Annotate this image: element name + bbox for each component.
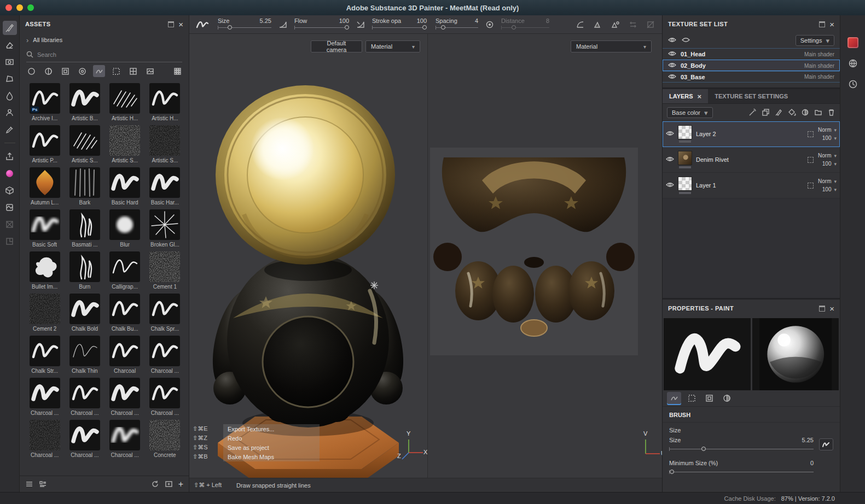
shortcut-action[interactable]: Export Textures... bbox=[223, 424, 320, 433]
asset-item[interactable]: Charcoal ... bbox=[66, 378, 103, 420]
layer-row[interactable]: Layer 2 Norm ▾ 100 ▾ bbox=[663, 121, 840, 147]
prop-min-size-slider[interactable] bbox=[669, 470, 814, 475]
layer-thumbnail[interactable] bbox=[678, 151, 692, 165]
asset-item[interactable]: Charcoal ... bbox=[107, 420, 143, 462]
asset-item[interactable]: Burn bbox=[66, 251, 103, 294]
bake-icon[interactable] bbox=[3, 200, 17, 214]
camera-select[interactable]: Default camera bbox=[311, 40, 362, 52]
stroke-opacity-slider[interactable] bbox=[372, 25, 427, 30]
asset-item[interactable]: Calligrap... bbox=[107, 251, 143, 294]
uv-reproject-icon[interactable] bbox=[3, 217, 17, 231]
material-mode-icon[interactable] bbox=[3, 166, 17, 180]
smart-mask-filter-icon[interactable] bbox=[59, 65, 71, 77]
asset-item[interactable]: Artistic H... bbox=[107, 83, 143, 125]
undock-icon[interactable] bbox=[168, 21, 174, 27]
texture-set-row[interactable]: 03_Base Main shader bbox=[663, 71, 840, 83]
asset-item[interactable]: Bullet Im... bbox=[26, 251, 63, 294]
opacity-select[interactable]: 100 ▾ bbox=[822, 161, 837, 167]
settings-button[interactable]: Settings ▾ bbox=[796, 35, 834, 46]
asset-item[interactable]: Charcoal ... bbox=[26, 378, 63, 420]
search-input[interactable] bbox=[37, 51, 182, 58]
asset-item[interactable]: Artistic H... bbox=[147, 83, 183, 125]
asset-item[interactable]: Chalk Spr... bbox=[147, 294, 183, 336]
stencil-tab-icon[interactable] bbox=[702, 392, 716, 405]
spacing-slider[interactable] bbox=[436, 25, 478, 30]
shortcut-action[interactable]: Bake Mesh Maps bbox=[223, 452, 320, 461]
add-group-icon[interactable] bbox=[814, 108, 822, 118]
paint-layer-icon[interactable] bbox=[775, 108, 783, 118]
polygon-fill-tool[interactable] bbox=[3, 72, 17, 86]
close-icon[interactable]: × bbox=[829, 21, 834, 27]
transform-arrows-icon[interactable] bbox=[627, 19, 639, 31]
asset-item[interactable]: Artistic S... bbox=[147, 125, 183, 167]
smudge-tool[interactable] bbox=[3, 89, 17, 103]
new-resource-icon[interactable] bbox=[165, 480, 173, 488]
alpha-tab-icon[interactable] bbox=[684, 392, 699, 405]
history-icon[interactable] bbox=[846, 78, 860, 91]
asset-item[interactable]: Artistic P... bbox=[26, 125, 63, 167]
3d-axis-gizmo[interactable]: Y X Z bbox=[400, 432, 427, 460]
minimize-window-button[interactable] bbox=[16, 4, 23, 11]
fx-wand-icon[interactable] bbox=[748, 108, 757, 118]
visibility-all-icon[interactable] bbox=[668, 37, 676, 44]
symmetry-icon[interactable] bbox=[592, 19, 604, 31]
add-asset-button[interactable]: + bbox=[178, 481, 183, 488]
library-selector[interactable]: › All libraries bbox=[20, 33, 189, 47]
material-tab-icon[interactable] bbox=[719, 392, 734, 405]
visibility-icon[interactable] bbox=[666, 156, 674, 163]
layer-thumbnail[interactable] bbox=[678, 177, 692, 191]
asset-item[interactable]: Concrete bbox=[147, 420, 183, 462]
2d-viewport[interactable] bbox=[428, 34, 662, 478]
list-view-icon[interactable] bbox=[25, 480, 33, 488]
brush-filter-icon[interactable] bbox=[93, 65, 105, 77]
layer-thumbnail[interactable] bbox=[678, 125, 692, 139]
opacity-select[interactable]: 100 ▾ bbox=[822, 186, 837, 192]
close-window-button[interactable] bbox=[5, 4, 12, 11]
asset-item[interactable]: Artistic S... bbox=[107, 125, 143, 167]
asset-item[interactable]: Broken Gl... bbox=[147, 209, 183, 251]
filter-disc-icon[interactable] bbox=[76, 65, 88, 77]
blend-mode-select[interactable]: Norm ▾ bbox=[818, 153, 837, 159]
clone-stamp-tool[interactable] bbox=[3, 106, 17, 120]
instantiate-icon[interactable] bbox=[762, 108, 770, 118]
blend-mode-select[interactable]: Norm ▾ bbox=[818, 178, 837, 184]
solo-visibility-icon[interactable] bbox=[682, 37, 690, 44]
projection-tool[interactable] bbox=[3, 55, 17, 69]
shading-mode-select[interactable]: Material ▾ bbox=[365, 40, 420, 52]
asset-item[interactable]: Charcoal ... bbox=[107, 378, 143, 420]
asset-item[interactable]: Ps Archive I... bbox=[26, 83, 63, 125]
asset-item[interactable]: Cement 1 bbox=[147, 251, 183, 294]
asset-item[interactable]: Chalk Thin bbox=[66, 336, 103, 378]
visibility-icon[interactable] bbox=[668, 51, 676, 57]
visibility-icon[interactable] bbox=[668, 74, 676, 80]
asset-item[interactable]: Charcoal ... bbox=[26, 420, 63, 462]
eraser-tool[interactable] bbox=[3, 38, 17, 52]
shortcut-action[interactable]: Redo bbox=[223, 433, 320, 443]
flow-slider[interactable] bbox=[294, 25, 349, 30]
texture-set-row[interactable]: 02_Body Main shader bbox=[663, 60, 840, 71]
viewport-body[interactable]: Default camera Material ▾ Material ▾ ⇧⌘E… bbox=[189, 34, 662, 492]
asset-item[interactable]: Basmati ... bbox=[66, 209, 103, 251]
grid-view-icon[interactable] bbox=[171, 65, 183, 77]
distance-slider[interactable] bbox=[501, 25, 549, 30]
visibility-icon[interactable] bbox=[668, 62, 676, 69]
smart-material-icon[interactable] bbox=[801, 108, 809, 118]
3d-viewport-canvas[interactable] bbox=[189, 34, 427, 478]
uv-canvas[interactable] bbox=[430, 148, 638, 355]
opacity-select[interactable]: 100 ▾ bbox=[822, 135, 837, 141]
asset-item[interactable]: Basic Hard bbox=[107, 167, 143, 209]
zoom-window-button[interactable] bbox=[27, 4, 34, 11]
asset-item[interactable]: Charcoal bbox=[107, 336, 143, 378]
visibility-icon[interactable] bbox=[666, 182, 674, 189]
symmetry-mirror-icon[interactable] bbox=[609, 19, 622, 31]
brush-preset-icon[interactable] bbox=[193, 15, 212, 33]
geometry-mask-icon[interactable] bbox=[3, 234, 17, 248]
shortcut-action[interactable]: Save as project bbox=[223, 443, 320, 452]
pressure-size-icon[interactable] bbox=[277, 19, 289, 31]
size-slider[interactable] bbox=[218, 25, 271, 30]
brush-alpha-preview[interactable] bbox=[664, 318, 751, 390]
asset-item[interactable]: Basic Soft bbox=[26, 209, 63, 251]
fill-layer-icon[interactable] bbox=[788, 108, 796, 118]
prop-size-slider[interactable] bbox=[669, 447, 814, 452]
asset-item[interactable]: Charcoal ... bbox=[66, 420, 103, 462]
